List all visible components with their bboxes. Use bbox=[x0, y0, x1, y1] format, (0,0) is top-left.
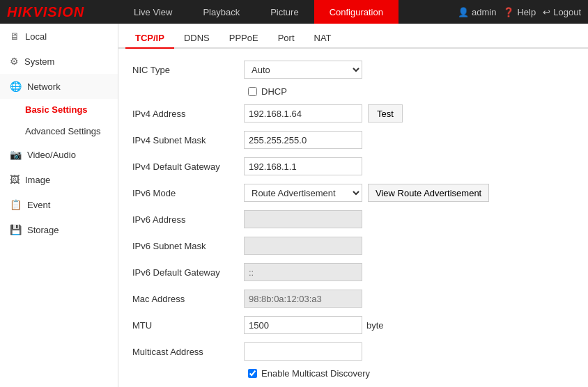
nav-picture[interactable]: Picture bbox=[255, 0, 314, 24]
ipv4-address-row: IPv4 Address Test bbox=[132, 104, 574, 123]
enable-multicast-label[interactable]: Enable Multicast Discovery bbox=[261, 368, 370, 379]
logout-icon: ↩ bbox=[543, 7, 550, 17]
admin-link[interactable]: 👤 admin bbox=[458, 7, 496, 17]
event-icon: 📋 bbox=[10, 199, 22, 210]
dhcp-row: DHCP bbox=[132, 86, 574, 97]
test-button[interactable]: Test bbox=[368, 104, 403, 123]
enable-multicast-checkbox[interactable] bbox=[248, 369, 257, 378]
nav-playback[interactable]: Playback bbox=[187, 0, 255, 24]
sidebar-item-system[interactable]: ⚙ System bbox=[0, 49, 118, 74]
mtu-unit: byte bbox=[366, 320, 384, 331]
mac-address-row: Mac Address bbox=[132, 289, 574, 308]
top-nav: HIKVISION Live View Playback Picture Con… bbox=[0, 0, 588, 24]
ipv4-address-input[interactable] bbox=[244, 104, 362, 123]
ipv4-gateway-input[interactable] bbox=[244, 157, 362, 175]
storage-icon: 💾 bbox=[10, 224, 22, 235]
ipv6-gateway-row: IPv6 Default Gateway bbox=[132, 262, 574, 282]
tab-pppoe[interactable]: PPPoE bbox=[219, 29, 268, 49]
monitor-icon: 🖥 bbox=[10, 31, 20, 42]
mtu-label: MTU bbox=[132, 320, 244, 331]
ipv6-subnet-label: IPv6 Subnet Mask bbox=[132, 241, 244, 251]
multicast-input[interactable] bbox=[244, 342, 362, 361]
video-icon: 📷 bbox=[10, 149, 22, 160]
mac-address-input bbox=[244, 290, 362, 308]
help-icon: ❓ bbox=[503, 7, 514, 17]
nic-type-row: NIC Type Auto 10M Half-dup 10M Full-dup … bbox=[132, 60, 574, 79]
ipv6-mode-row: IPv6 Mode Route Advertisement DHCP Manua… bbox=[132, 183, 574, 203]
sidebar-item-video-audio[interactable]: 📷 Video/Audio bbox=[0, 142, 118, 167]
tabs-bar: TCP/IP DDNS PPPoE Port NAT bbox=[118, 24, 588, 49]
ipv6-subnet-input[interactable] bbox=[244, 237, 362, 255]
multicast-address-row: Multicast Address bbox=[132, 342, 574, 361]
sidebar-item-event[interactable]: 📋 Event bbox=[0, 192, 118, 217]
network-icon: 🌐 bbox=[10, 81, 22, 92]
dhcp-label[interactable]: DHCP bbox=[261, 86, 287, 97]
nav-right: 👤 admin ❓ Help ↩ Logout bbox=[458, 7, 588, 17]
mtu-input[interactable] bbox=[244, 316, 362, 334]
main-content: TCP/IP DDNS PPPoE Port NAT NIC Type Auto… bbox=[118, 24, 588, 387]
admin-icon: 👤 bbox=[458, 7, 469, 17]
nav-links: Live View Playback Picture Configuration bbox=[118, 0, 458, 24]
nic-type-label: NIC Type bbox=[132, 65, 244, 75]
logout-link[interactable]: ↩ Logout bbox=[543, 7, 581, 17]
ipv4-address-label: IPv4 Address bbox=[132, 109, 244, 119]
sidebar: 🖥 Local ⚙ System 🌐 Network Basic Setting… bbox=[0, 24, 118, 387]
ipv6-subnet-row: IPv6 Subnet Mask bbox=[132, 236, 574, 255]
ipv4-subnet-label: IPv4 Subnet Mask bbox=[132, 135, 244, 145]
tab-tcp-ip[interactable]: TCP/IP bbox=[125, 29, 174, 49]
sidebar-item-network[interactable]: 🌐 Network bbox=[0, 74, 118, 99]
logo: HIKVISION bbox=[0, 4, 118, 20]
sidebar-sub-advanced-settings[interactable]: Advanced Settings bbox=[0, 120, 118, 142]
nic-type-select[interactable]: Auto 10M Half-dup 10M Full-dup 100M Half… bbox=[244, 61, 362, 79]
ipv6-gateway-label: IPv6 Default Gateway bbox=[132, 267, 244, 278]
dhcp-checkbox[interactable] bbox=[248, 87, 257, 96]
sidebar-item-image[interactable]: 🖼 Image bbox=[0, 167, 118, 192]
mac-address-label: Mac Address bbox=[132, 294, 244, 304]
sidebar-item-local[interactable]: 🖥 Local bbox=[0, 24, 118, 49]
enable-multicast-row: Enable Multicast Discovery bbox=[132, 368, 574, 379]
image-icon: 🖼 bbox=[10, 174, 20, 185]
ipv6-address-label: IPv6 Address bbox=[132, 214, 244, 225]
ipv6-mode-select[interactable]: Route Advertisement DHCP Manual bbox=[244, 184, 362, 202]
tab-port[interactable]: Port bbox=[268, 29, 304, 49]
sidebar-sub-basic-settings[interactable]: Basic Settings bbox=[0, 99, 118, 120]
mtu-row: MTU byte bbox=[132, 315, 574, 335]
nav-configuration[interactable]: Configuration bbox=[314, 0, 399, 24]
ipv6-address-row: IPv6 Address bbox=[132, 210, 574, 229]
ipv6-address-input[interactable] bbox=[244, 210, 362, 228]
ipv4-subnet-input[interactable] bbox=[244, 131, 362, 149]
multicast-label: Multicast Address bbox=[132, 347, 244, 357]
help-link[interactable]: ❓ Help bbox=[503, 7, 536, 17]
tab-ddns[interactable]: DDNS bbox=[174, 29, 219, 49]
view-route-button[interactable]: View Route Advertisement bbox=[368, 184, 489, 202]
ipv4-gateway-label: IPv4 Default Gateway bbox=[132, 161, 244, 172]
layout: 🖥 Local ⚙ System 🌐 Network Basic Setting… bbox=[0, 24, 588, 387]
logo-text: HIKVISION bbox=[7, 4, 84, 20]
nav-live-view[interactable]: Live View bbox=[118, 0, 187, 24]
tab-nat[interactable]: NAT bbox=[304, 29, 341, 49]
system-icon: ⚙ bbox=[10, 56, 19, 67]
ipv4-gateway-row: IPv4 Default Gateway bbox=[132, 157, 574, 176]
sidebar-item-storage[interactable]: 💾 Storage bbox=[0, 217, 118, 242]
ipv6-mode-label: IPv6 Mode bbox=[132, 188, 244, 198]
form-area: NIC Type Auto 10M Half-dup 10M Full-dup … bbox=[118, 49, 588, 387]
ipv6-gateway-input[interactable] bbox=[244, 263, 362, 281]
ipv4-subnet-row: IPv4 Subnet Mask bbox=[132, 130, 574, 150]
